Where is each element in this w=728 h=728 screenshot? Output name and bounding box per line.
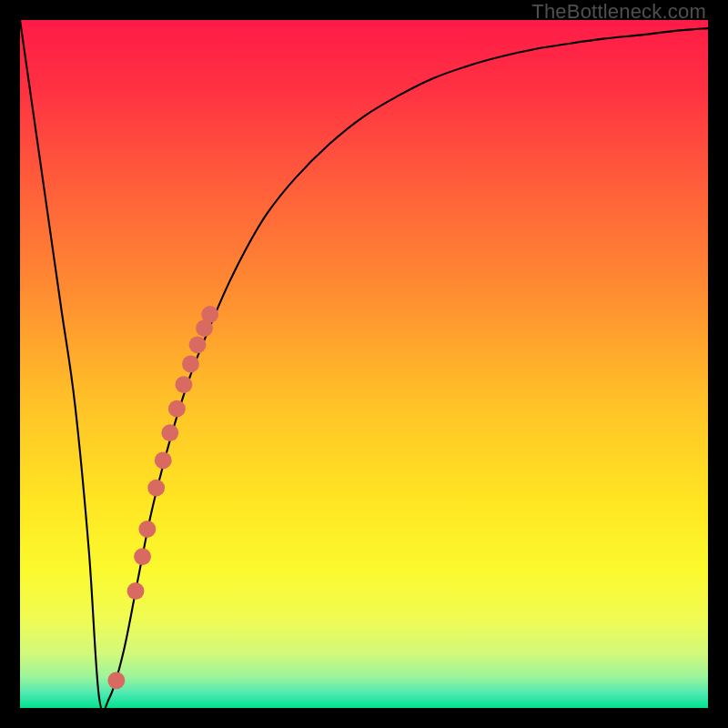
marker-point [147,480,165,497]
marker-point [168,400,186,418]
marker-point [161,424,178,441]
marker-point [155,451,172,469]
marker-point [127,582,145,600]
marker-point [201,306,218,323]
marker-point [134,548,151,565]
bottleneck-curve [20,20,708,708]
chart-svg [20,20,708,708]
watermark-text: TheBottleneck.com [531,0,706,24]
highlighted-points [107,306,218,689]
marker-point [138,521,156,538]
plot-area [20,20,708,708]
marker-point [182,356,199,373]
chart-frame: TheBottleneck.com [0,0,728,728]
marker-point [189,336,207,353]
marker-point [175,376,192,393]
marker-point [107,672,125,689]
